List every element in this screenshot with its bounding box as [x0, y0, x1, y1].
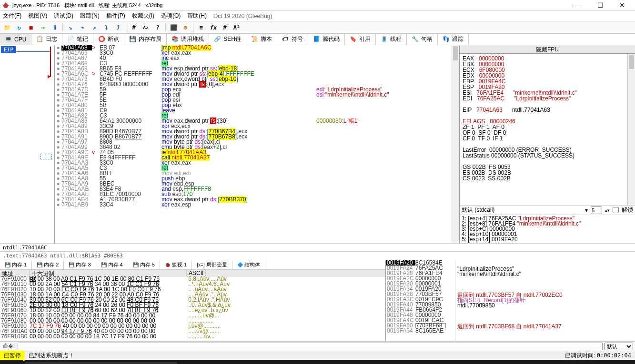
scrollbar[interactable] [452, 45, 459, 243]
fx-icon[interactable]: fx [208, 23, 218, 32]
callconv-label[interactable]: 默认 (stdcall) [462, 206, 582, 214]
view-tabs: 💻CPU📋日志📄笔记⭕断点💾内存布局📚调用堆栈🔗SEH链📜脚本🏷符号📘源代码🔖引… [0, 34, 635, 45]
edge-icon[interactable]: e [221, 360, 242, 364]
disassembly-panel[interactable]: ●77041A63>EB 07jmp ntdll.77041A6C●77041A… [55, 45, 459, 243]
menu-item[interactable]: 视图(V) [28, 12, 47, 20]
memtab-1[interactable]: 💾内存 2 [32, 260, 64, 269]
unlock-label: 解锁 [622, 206, 633, 214]
step-out-icon[interactable]: ↗ [89, 23, 100, 32]
stack-info-panel[interactable]: "LdrpInitializeProcess""minkernel\\ntdll… [455, 260, 635, 341]
window-titlebar: jzyq.exe - PID: 7516 - 模块: ntdll.dll - 线… [0, 0, 635, 11]
menu-item[interactable]: 选项(O) [161, 12, 181, 20]
tab-1[interactable]: 📋日志 [31, 34, 62, 45]
svg-line-2 [2, 5, 3, 6]
menu-bar: 文件(F)视图(V)调试(D)跟踪(N)插件(P)收藏夹(I)选项(O)帮助(H… [0, 11, 635, 21]
command-input[interactable] [18, 343, 603, 350]
registers-panel[interactable]: EAX 00000000EBX 00000000ECX 6F080000EDX … [460, 54, 635, 205]
toolbar: 📁 ↻ ■ → Ⅱ ↘ ↷ ↗ ⤵ ⤴ # Az ? ⬛ ⊕ ≡ fx # A² [0, 21, 635, 34]
question-icon[interactable]: ? [152, 23, 163, 32]
fpu-header[interactable]: 隐藏FPU [460, 45, 635, 54]
restart-icon[interactable]: ↻ [14, 23, 24, 32]
tab-8[interactable]: 🏷符号 [277, 34, 308, 45]
bug-icon [2, 1, 10, 9]
tab-9[interactable]: 📘源代码 [308, 34, 345, 45]
command-preset[interactable]: 默认 [605, 343, 633, 350]
step-over-icon[interactable]: ↷ [77, 23, 88, 32]
tab-10[interactable]: 🔖引用 [345, 34, 376, 45]
target-icon[interactable]: ⊕ [180, 23, 191, 32]
x32dbg-icon[interactable]: 🐞 [305, 360, 326, 364]
tab-11[interactable]: 🧵线程 [376, 34, 407, 45]
step-into-icon[interactable]: ↘ [65, 23, 76, 32]
memtab-2[interactable]: 💾内存 3 [64, 260, 96, 269]
tab-4[interactable]: 💾内存布局 [124, 34, 167, 45]
store-icon[interactable]: 🛍 [263, 360, 284, 364]
tab-2[interactable]: 📄笔记 [62, 34, 93, 45]
status-message: 已到达系统断点！ [29, 352, 561, 360]
command-bar: 命令: 默认 [0, 341, 635, 351]
open-icon[interactable]: 📁 [2, 23, 12, 32]
windows-taskbar: 🔍 在这里输入你要搜索的内容 ○ ⧉ e 🗀 🛍 ✉ 🐞 ˄ 👤 🔊 英 21:… [0, 360, 635, 364]
cortana-icon[interactable]: ○ [179, 360, 200, 364]
notification-icon[interactable]: 💬 [614, 360, 635, 364]
tab-5[interactable]: 📚调用堆栈 [167, 34, 209, 45]
memory-tabs: 💾内存 1💾内存 2💾内存 3💾内存 4💾内存 5🐞监视 1[x=]局部变量🔷结… [0, 260, 385, 270]
az-icon[interactable]: Az [141, 23, 151, 32]
step-icon[interactable]: ⤵ [101, 23, 111, 32]
taskbar-search[interactable]: 🔍 在这里输入你要搜索的内容 [25, 362, 177, 364]
menu-item[interactable]: 调试(D) [54, 12, 73, 20]
tab-12[interactable]: 🔧句柄 [407, 34, 438, 45]
taskview-icon[interactable]: ⧉ [200, 360, 221, 364]
stack-panel[interactable]: 0019FA208C16584E0019FA2476FA25AC0019FA28… [386, 260, 455, 341]
memory-header: 地址 十六进制 ASCII [0, 270, 385, 276]
explorer-icon[interactable]: 🗀 [242, 360, 263, 364]
arg-count-input[interactable] [591, 207, 602, 214]
list-icon[interactable]: ≡ [196, 23, 206, 32]
svg-point-0 [3, 3, 8, 8]
call-convention-bar: 默认 (stdcall) ▾ ▴▾ 解锁 [460, 205, 635, 215]
unlock-checkbox[interactable] [613, 207, 619, 213]
status-bar: 已暂停 已到达系统断点！ 已调试时间: 0:00:02:04 [0, 351, 635, 360]
tab-13[interactable]: 👣跟踪 [438, 34, 469, 45]
memtab-4[interactable]: 💾内存 5 [128, 260, 160, 269]
pause-icon[interactable]: Ⅱ [50, 23, 60, 32]
step2-icon[interactable]: ⤴ [113, 23, 123, 32]
maximize-button[interactable]: ☐ [589, 0, 611, 10]
eip-indicator: EIP [1, 46, 16, 53]
menu-item[interactable]: 收藏夹(I) [132, 12, 154, 20]
memtab-0[interactable]: 💾内存 1 [0, 260, 32, 269]
mail-icon[interactable]: ✉ [284, 360, 305, 364]
stack-args-panel[interactable]: 1: [esp+4] 76FA25AC "LdrpInitializeProce… [460, 215, 635, 243]
tab-6[interactable]: 🔗SEH链 [209, 34, 246, 45]
tab-0[interactable]: 💻CPU [0, 34, 31, 45]
memtab-5[interactable]: 🐞监视 1 [160, 260, 192, 269]
menu-item[interactable]: 跟踪(N) [80, 12, 100, 20]
svg-line-3 [8, 5, 9, 6]
menu-item[interactable]: 插件(P) [106, 12, 125, 20]
text-info: .text:77041A63 ntdll.dll:$B1A63 #B0E63 [0, 252, 635, 260]
a-sup-icon[interactable]: A² [232, 23, 242, 32]
window-title: jzyq.exe - PID: 7516 - 模块: ntdll.dll - 线… [12, 2, 567, 9]
stop-icon[interactable]: ■ [26, 23, 36, 32]
memtab-6[interactable]: [x=]局部变量 [192, 260, 232, 269]
jump-arrows-panel: EIP [0, 45, 55, 243]
jigsaw-icon[interactable]: ⬛ [168, 23, 179, 32]
status-paused: 已暂停 [0, 351, 25, 361]
command-label: 命令: [0, 343, 18, 350]
menu-item[interactable]: 文件(F) [3, 12, 21, 20]
info-bar: ntdll.77041A6C [0, 243, 635, 252]
tab-7[interactable]: 📜脚本 [246, 34, 277, 45]
hash-icon[interactable]: # [129, 23, 139, 32]
run-icon[interactable]: → [38, 23, 48, 32]
close-button[interactable]: ✕ [611, 0, 633, 10]
minimize-button[interactable]: — [567, 0, 589, 10]
menu-item[interactable]: 帮助(H) [187, 12, 207, 20]
hash2-icon[interactable]: # [220, 23, 230, 32]
memtab-7[interactable]: 🔷结构体 [232, 260, 265, 269]
start-button[interactable] [0, 360, 23, 364]
memory-dump[interactable]: 76F9100036 00 38 00 A0 C1 F9 76 1C 00 1E… [0, 276, 385, 341]
memtab-3[interactable]: 💾内存 4 [96, 260, 128, 269]
tab-3[interactable]: ⭕断点 [93, 34, 124, 45]
